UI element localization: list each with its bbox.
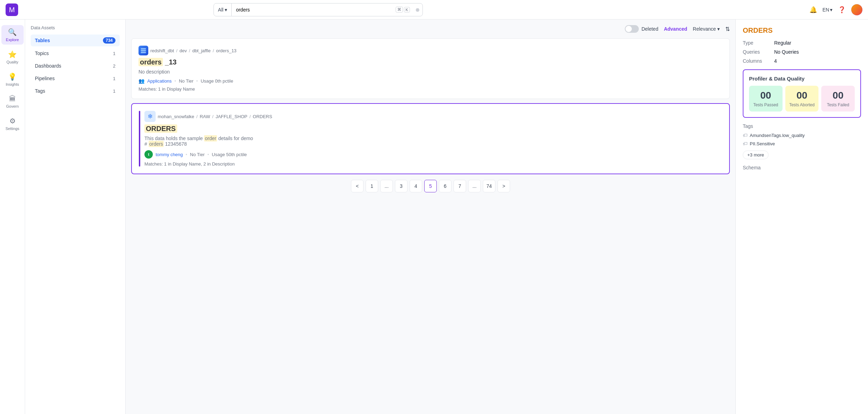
advanced-button[interactable]: Advanced [664,26,687,32]
profiler-title: Profiler & Data Quality [749,76,855,82]
search-bar: All ▾ ⌘ K ⊗ [214,3,423,16]
selected-indicator [139,111,140,167]
k-key: K [404,7,410,13]
logo-icon: M [6,3,18,16]
profiler-box: Profiler & Data Quality 00 Tests Passed … [743,69,861,118]
applications-link-1[interactable]: Applications [147,78,172,84]
breadcrumb-snowflake-3: JAFFLE_SHOP [216,114,247,119]
category-name-tables: Tables [35,38,50,43]
breadcrumb-snowflake-2: RAW [200,114,210,119]
relevance-sort[interactable]: Relevance ▾ [693,26,720,32]
result-card-2[interactable]: ❄ mohan_snowfalke / RAW / JAFFLE_SHOP / … [131,103,730,174]
main-content: Deleted Advanced Relevance ▾ ⇅ redshift_… [126,20,735,414]
sidebar-item-govern[interactable]: 🏛 Govern [1,92,24,111]
category-item-tables[interactable]: Tables 734 [31,34,120,46]
search-type-selector[interactable]: All ▾ [214,3,232,16]
stat-label-aborted: Tests Aborted [788,102,816,107]
govern-icon: 🏛 [9,95,16,103]
main-layout: 🔍 Explore ⭐ Quality 💡 Insights 🏛 Govern … [0,20,868,414]
breadcrumb-part-2: dev [180,48,187,53]
desc-highlight-2: orders [149,141,164,147]
page-button-3[interactable]: 3 [395,180,407,192]
language-label: EN [823,7,829,13]
cmd-key: ⌘ [396,7,403,13]
type-value: Regular [774,40,791,46]
sidebar-item-label-settings: Settings [6,127,20,131]
page-button-1[interactable]: 1 [366,180,378,192]
result-title-1: orders _13 [139,58,723,66]
page-button-74[interactable]: 74 [483,180,495,192]
sidebar-item-explore[interactable]: 🔍 Explore [1,25,24,45]
result-matches-2: Matches: 1 in Display Name, 2 in Descrip… [144,161,722,167]
more-tags-button[interactable]: +3 more [743,151,769,159]
relevance-label: Relevance [693,26,716,32]
category-name-tags: Tags [35,88,45,94]
columns-value: 4 [774,58,777,64]
deleted-toggle[interactable]: Deleted [625,25,658,33]
category-count-topics: 1 [113,51,115,56]
page-button-7[interactable]: 7 [454,180,466,192]
tier-1: No Tier [179,78,194,84]
filter-bar: Deleted Advanced Relevance ▾ ⇅ [131,25,730,33]
columns-label: Columns [743,58,774,64]
profiler-stats: 00 Tests Passed 00 Tests Aborted 00 Test… [749,86,855,112]
search-clear-button[interactable]: ⊗ [413,7,422,13]
right-panel: ORDERS Type Regular Queries No Queries C… [735,20,868,414]
sidebar-item-insights[interactable]: 💡 Insights [1,70,24,89]
svg-text:M: M [9,6,15,14]
queries-value: No Queries [774,49,799,55]
breadcrumb-part-4: orders_13 [216,48,237,53]
type-field: Type Regular [743,40,861,46]
result-meta-1: 👥 Applications • No Tier • Usage 0th pct… [139,78,723,84]
next-page-button[interactable]: > [497,180,510,192]
result-card-1[interactable]: redshift_dbt / dev / dbt_jaffle / orders… [131,38,730,99]
breadcrumb-snowflake-1: mohan_snowfalke [158,114,194,119]
category-sidebar: Data Assets Tables 734 Topics 1 Dashboar… [25,20,126,414]
topbar: M All ▾ ⌘ K ⊗ 🔔 EN ▾ ❓ [0,0,868,20]
owner-link-2[interactable]: tommy cheng [156,152,183,157]
page-button-4[interactable]: 4 [410,180,422,192]
stat-label-failed: Tests Failed [824,102,852,107]
category-name-pipelines: Pipelines [35,76,55,81]
category-item-topics[interactable]: Topics 1 [31,48,120,59]
snowflake-icon: ❄ [144,111,156,122]
result-title-2: ORDERS [144,125,722,133]
tag-name-1: AmundsenTags.low_quality [750,133,805,138]
stat-number-aborted: 00 [788,90,816,101]
sidebar-item-settings[interactable]: ⚙ Settings [1,114,24,133]
category-item-dashboards[interactable]: Dashboards 2 [31,60,120,71]
page-button-5[interactable]: 5 [424,180,437,192]
stat-card-failed: 00 Tests Failed [821,86,855,112]
page-button-6[interactable]: 6 [439,180,451,192]
sidebar-item-quality[interactable]: ⭐ Quality [1,47,24,67]
help-icon[interactable]: ❓ [838,6,846,14]
stat-number-passed: 00 [752,90,780,101]
stat-number-failed: 00 [824,90,852,101]
usage-2: Usage 50th pctile [212,152,247,157]
sidebar-item-label-insights: Insights [6,82,19,86]
deleted-switch[interactable] [625,25,639,33]
sort-icon[interactable]: ⇅ [725,26,730,32]
page-ellipsis-2: ... [468,180,481,192]
search-shortcut: ⌘ K [393,7,413,13]
result-card-inner: ❄ mohan_snowfalke / RAW / JAFFLE_SHOP / … [139,111,722,167]
category-item-pipelines[interactable]: Pipelines 1 [31,73,120,84]
stat-card-aborted: 00 Tests Aborted [785,86,819,112]
category-name-dashboards: Dashboards [35,63,61,69]
avatar[interactable] [851,4,862,15]
search-type-label: All [218,7,224,13]
desc-highlight: order [204,135,217,141]
sidebar-item-label-quality: Quality [6,60,18,64]
tag-name-2: PII.Sensitive [750,141,775,146]
result-desc-1: No description [139,69,723,75]
search-input[interactable] [232,4,392,15]
breadcrumb-part-1: redshift_dbt [150,48,174,53]
schema-title: Schema [743,165,861,170]
database-icon-1 [139,46,148,55]
category-item-tags[interactable]: Tags 1 [31,85,120,97]
prev-page-button[interactable]: < [351,180,364,192]
tag-item-2: 🏷 PII.Sensitive [743,141,861,146]
language-selector[interactable]: EN ▾ [823,7,832,13]
notifications-icon[interactable]: 🔔 [809,6,817,14]
tag-icon-2: 🏷 [743,141,748,146]
